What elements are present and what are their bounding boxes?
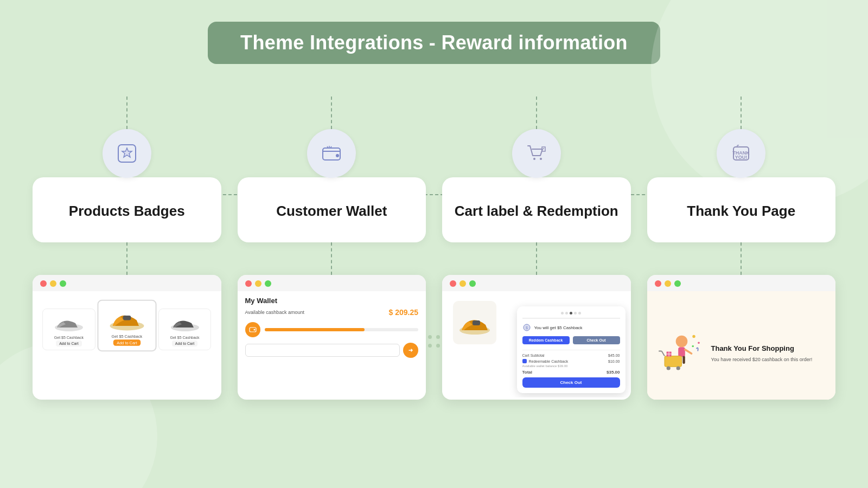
window-chrome-1 [33, 275, 221, 291]
wallet-arrow-btn[interactable] [403, 343, 418, 358]
dot-green-3 [469, 280, 476, 287]
bottom-connector-4 [741, 242, 742, 275]
wallet-small-icon [249, 326, 257, 333]
cart-preview-content: $ You will get $5 Cashback Reddem Cashba… [442, 291, 631, 397]
svg-rect-27 [665, 356, 682, 367]
svg-rect-4 [123, 316, 131, 320]
svg-text:YOU!: YOU! [735, 155, 748, 160]
col-thank-you: THANK YOU! Thank You Page [647, 97, 836, 400]
page-title: Theme Integrations - Reward information [240, 31, 628, 54]
wallet-input-field[interactable] [245, 344, 400, 357]
cart-btn-row: Reddem Cashback Check Out [522, 336, 620, 344]
badge-icon [115, 142, 139, 165]
window-chrome-2 [238, 275, 426, 291]
add-to-cart-2[interactable]: Add to Cart [113, 339, 141, 346]
cart-dot-5 [578, 312, 581, 314]
thankyou-icon-circle: THANK YOU! [717, 129, 765, 178]
dot-red-1 [40, 280, 47, 287]
redeemable-label: Redeemable Cashback [529, 359, 569, 363]
svg-point-12 [253, 329, 255, 331]
svg-point-23 [675, 336, 687, 348]
cart-shoe-svg [457, 310, 492, 336]
wallet-bar-container [245, 322, 419, 337]
cashback-badge-2: Get $5 Cashback [111, 335, 142, 338]
badges-preview-content: Get $5 Cashback Add to Cart Get $5 [33, 291, 221, 397]
dot-6 [436, 335, 440, 339]
svg-point-37 [698, 342, 700, 344]
dot-16 [436, 344, 440, 348]
subtotal-value: $45.00 [608, 354, 620, 357]
svg-point-14 [540, 158, 542, 160]
svg-point-29 [676, 366, 680, 370]
col-products-badges: Products Badges [33, 97, 221, 400]
top-connector-2 [331, 97, 332, 129]
redeemable-checkbox[interactable] [522, 359, 527, 363]
svg-rect-24 [678, 347, 685, 357]
bottom-connector-1 [126, 242, 127, 275]
cart-dot-4 [574, 312, 577, 314]
redeemable-row: Redeemable Cashback $10.00 [522, 359, 620, 363]
thankyou-text-block: Thank You For Shopping You have received… [711, 344, 813, 363]
svg-line-30 [661, 351, 664, 356]
window-chrome-4 [647, 275, 836, 291]
cashback-text: You will get $5 Cashback [534, 325, 583, 330]
wallet-preview-content: My Wallet Available cashback amount $ 20… [238, 291, 426, 397]
products-badges-card: Products Badges [33, 177, 221, 242]
cart-icon-circle [512, 129, 561, 178]
shoe-svg-3 [169, 312, 201, 334]
thankyou-heading: Thank You For Shopping [711, 344, 813, 353]
cart-preview: $ You will get $5 Cashback Reddem Cashba… [442, 275, 631, 400]
svg-point-36 [692, 335, 695, 338]
cart-sep-1 [522, 318, 620, 319]
dot-yellow-4 [665, 280, 671, 287]
dot-15 [428, 344, 432, 348]
redeemable-value: $10.00 [608, 359, 620, 363]
thankyou-icon: THANK YOU! [729, 142, 753, 165]
shoe-item-1: Get $5 Cashback Add to Cart [42, 309, 95, 350]
cart-icon [525, 142, 548, 165]
svg-point-38 [692, 345, 694, 348]
redeem-cashback-btn[interactable]: Reddem Cashback [522, 336, 570, 344]
wallet-amount-row: Available cashback amount $ 209.25 [245, 308, 419, 317]
thankyou-bg: Thank You For Shopping You have received… [647, 291, 836, 400]
cart-dot-2 [565, 312, 568, 314]
checkout-btn-2[interactable]: Check Out [522, 377, 620, 388]
cart-dot-3 [570, 312, 572, 314]
customer-wallet-icon-circle [307, 129, 356, 178]
shoe-item-3: Get $5 Cashback Add to Cart [158, 309, 212, 350]
products-badges-label: Products Badges [69, 202, 185, 221]
wallet-preview-title: My Wallet [245, 297, 419, 305]
add-to-cart-1[interactable]: Add to Cart [56, 341, 81, 346]
wallet-bar-fill [265, 328, 365, 331]
dot-red-2 [245, 280, 252, 287]
customer-wallet-preview: My Wallet Available cashback amount $ 20… [238, 275, 426, 400]
add-to-cart-3[interactable]: Add to Cart [172, 341, 197, 346]
svg-point-7 [336, 154, 339, 157]
svg-rect-26 [682, 356, 685, 364]
customer-wallet-label: Customer Wallet [276, 202, 387, 221]
bottom-connector-3 [536, 242, 537, 275]
customer-wallet-card: Customer Wallet [238, 177, 426, 242]
total-label: Total [522, 370, 533, 375]
dot-red-3 [450, 280, 456, 287]
top-connector-4 [741, 97, 742, 129]
cart-popup: $ You will get $5 Cashback Reddem Cashba… [517, 306, 626, 393]
dot-5 [428, 335, 432, 339]
shoe-item-2: Get $5 Cashback Add to Cart [97, 300, 156, 352]
bottom-connector-2 [331, 242, 332, 275]
checkout-btn-1[interactable]: Check Out [573, 336, 620, 344]
shoe-svg-2 [107, 305, 147, 332]
svg-marker-1 [122, 148, 132, 157]
svg-point-28 [666, 366, 670, 370]
thankyou-body: You have received $20 cashback on this o… [711, 356, 813, 363]
top-connector-1 [126, 97, 127, 129]
dot-green-2 [265, 280, 271, 287]
cart-label-card: Cart label & Redemption [442, 177, 631, 242]
cart-sep-2 [522, 350, 620, 350]
wallet-icon [320, 142, 343, 165]
wallet-icon-btn[interactable] [245, 322, 260, 337]
title-bar: Theme Integrations - Reward information [208, 22, 660, 64]
dot-green-1 [60, 280, 66, 287]
wallet-input-row [245, 343, 419, 358]
products-badges-preview: Get $5 Cashback Add to Cart Get $5 [33, 275, 221, 400]
